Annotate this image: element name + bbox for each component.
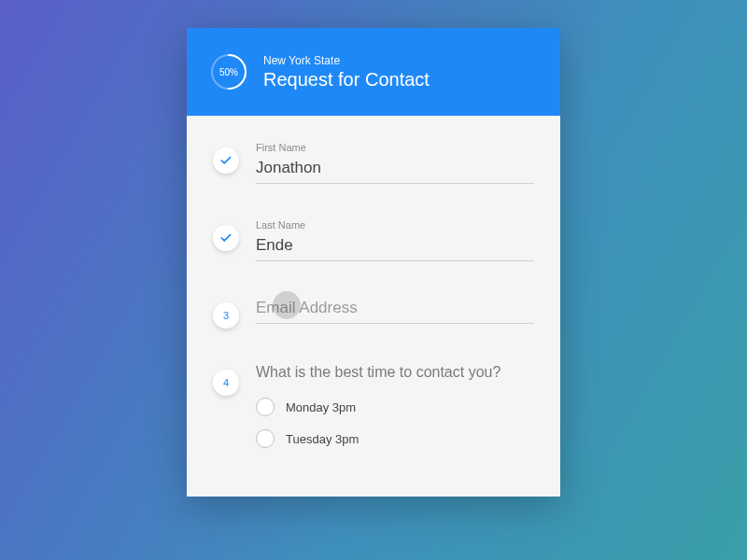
step-number: 4 [213,370,239,396]
header-subtitle: New York State [263,54,430,67]
check-icon [213,225,239,251]
email-input[interactable] [256,297,534,324]
option-monday[interactable]: Monday 3pm [256,398,534,416]
form-header: 50% New York State Request for Contact [187,28,560,116]
radio-icon [256,429,275,448]
progress-indicator: 50% [209,52,248,91]
progress-percent-label: 50% [209,52,248,91]
best-time-question: What is the best time to contact you? [256,364,534,381]
last-name-input[interactable] [256,234,534,261]
step-number: 3 [213,302,239,329]
option-label: Monday 3pm [286,400,356,414]
form-body: First Name Last Name 3 4 What is the b [187,116,560,461]
form-card: 50% New York State Request for Contact F… [187,28,560,497]
last-name-label: Last Name [256,219,534,231]
header-title: Request for Contact [263,69,430,91]
first-name-input[interactable] [256,157,534,184]
field-best-time: 4 What is the best time to contact you? … [213,364,534,461]
field-last-name: Last Name [213,219,534,261]
radio-icon [256,398,275,416]
field-first-name: First Name [213,142,534,184]
option-tuesday[interactable]: Tuesday 3pm [256,429,534,448]
option-label: Tuesday 3pm [286,432,359,446]
header-text: New York State Request for Contact [263,54,430,91]
check-icon [213,147,239,174]
field-email: 3 [213,297,534,329]
first-name-label: First Name [256,142,534,153]
